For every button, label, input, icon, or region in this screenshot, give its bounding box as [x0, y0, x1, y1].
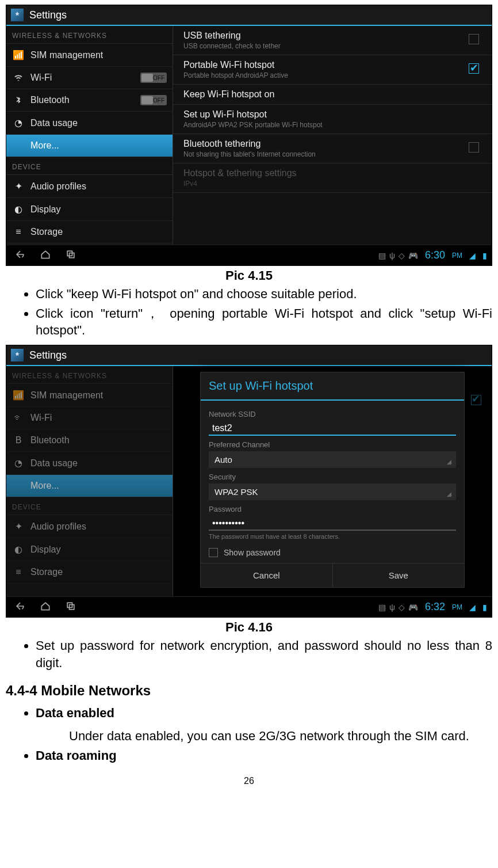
- storage-icon: ≡: [12, 567, 25, 577]
- sidebar-item-storage[interactable]: ≡ Storage: [6, 221, 173, 243]
- row-title: Set up Wi-Fi hotspot: [183, 109, 481, 120]
- sim-icon: 📶: [12, 50, 25, 60]
- row-usb-tethering[interactable]: USB tethering USB connected, check to te…: [173, 26, 492, 55]
- sidebar-item-bluetooth[interactable]: Bluetooth OFF: [6, 89, 173, 112]
- sidebar-section-wireless: WIRELESS & NETWORKS: [6, 26, 173, 44]
- sidebar-item-display: ◐Display: [6, 538, 173, 561]
- channel-label: Preferred Channel: [209, 440, 456, 449]
- signal-icon: ◢: [469, 603, 476, 612]
- sd-icon: ▤: [378, 603, 386, 612]
- row-setup-hotspot[interactable]: Set up Wi-Fi hotspot AndroidAP WPA2 PSK …: [173, 105, 492, 134]
- sidebar-item-wifi: ᯤWi-Fi: [6, 407, 173, 429]
- save-button[interactable]: Save: [333, 564, 465, 587]
- sd-icon: ▤: [378, 251, 386, 260]
- sidebar-item-display[interactable]: ◐ Display: [6, 198, 173, 221]
- sidebar-item-sim[interactable]: 📶 SIM management: [6, 44, 173, 67]
- sidebar-section-wireless: WIRELESS & NETWORKS: [6, 366, 173, 384]
- window-titlebar: Settings: [6, 345, 492, 366]
- sidebar-section-device: DEVICE: [6, 497, 173, 515]
- controller-icon: 🎮: [408, 251, 418, 260]
- channel-select[interactable]: Auto: [209, 451, 456, 468]
- bluetooth-toggle[interactable]: OFF: [140, 95, 167, 105]
- recents-button[interactable]: [65, 600, 76, 614]
- sidebar-item-wifi[interactable]: Wi-Fi OFF: [6, 67, 173, 89]
- home-button[interactable]: [40, 600, 51, 614]
- audio-icon: ✦: [12, 181, 25, 192]
- password-hint: The password must have at least 8 charac…: [209, 533, 456, 540]
- row-bluetooth-tethering[interactable]: Bluetooth tethering Not sharing this tab…: [173, 134, 492, 163]
- bt-tether-checkbox[interactable]: [469, 142, 479, 153]
- instruction-item: Click icon "return"， opening portable Wi…: [36, 305, 492, 339]
- figure-caption-2: Pic 4.16: [6, 620, 492, 635]
- battery-icon: ▮: [482, 603, 487, 612]
- show-password-checkbox[interactable]: [209, 548, 218, 557]
- system-navbar: ▤ ψ ◇ 🎮 6:30 PM ◢ ▮: [6, 245, 492, 265]
- screenshot-pic-4-15: Settings WIRELESS & NETWORKS 📶 SIM manag…: [6, 5, 492, 266]
- system-navbar: ▤ ψ ◇ 🎮 6:32 PM ◢ ▮: [6, 596, 492, 617]
- wifi-status-icon: ◇: [399, 251, 405, 260]
- settings-icon: [11, 9, 24, 21]
- bluetooth-icon: B: [12, 435, 25, 446]
- row-subtitle: IPv4: [183, 180, 481, 188]
- wifi-icon: ᯤ: [12, 413, 25, 423]
- display-icon: ◐: [12, 204, 25, 215]
- screenshot-pic-4-16: Settings WIRELESS & NETWORKS 📶SIM manage…: [6, 345, 492, 618]
- row-keep-hotspot-on[interactable]: Keep Wi-Fi hotspot on: [173, 85, 492, 105]
- clock: 6:32: [425, 601, 445, 613]
- row-title: USB tethering: [183, 31, 481, 41]
- display-icon: ◐: [12, 544, 25, 555]
- subitem-data-roaming: Data roaming: [36, 748, 117, 763]
- sidebar-item-more[interactable]: More...: [6, 135, 173, 157]
- sidebar-item-label: Wi-Fi: [30, 73, 52, 83]
- home-button[interactable]: [40, 249, 51, 262]
- recents-button[interactable]: [65, 249, 76, 262]
- row-subtitle: USB connected, check to tether: [183, 42, 481, 50]
- row-title: Keep Wi-Fi hotspot on: [183, 89, 481, 100]
- sidebar-item-audio: ✦Audio profiles: [6, 515, 173, 538]
- sidebar-item-more: More...: [6, 475, 173, 497]
- row-title: Portable Wi-Fi hotspot: [183, 60, 481, 70]
- security-select[interactable]: WPA2 PSK: [209, 484, 456, 500]
- sidebar-item-label: Data usage: [30, 118, 78, 128]
- row-subtitle: Not sharing this tablet's Internet conne…: [183, 150, 481, 158]
- subsection-list: Data enabled: [6, 705, 492, 722]
- sidebar-item-bluetooth: BBluetooth: [6, 429, 173, 452]
- subsection-list: Data roaming: [6, 747, 492, 764]
- setup-hotspot-dialog: Set up Wi-Fi hotspot Network SSID test2 …: [200, 372, 465, 588]
- back-button[interactable]: [14, 600, 26, 614]
- wifi-toggle[interactable]: OFF: [140, 73, 167, 83]
- subitem-text: Under data enabled, you can use 2G/3G ne…: [69, 728, 492, 745]
- security-label: Security: [209, 473, 456, 481]
- battery-icon: ▮: [482, 251, 487, 260]
- wifi-status-icon: ◇: [399, 603, 405, 612]
- bluetooth-icon: [12, 96, 25, 104]
- sidebar-item-label: Audio profiles: [30, 181, 86, 192]
- instruction-item: Click "keep Wi-Fi hotspot on" and choose…: [36, 285, 492, 303]
- sidebar-item-storage: ≡Storage: [6, 561, 173, 584]
- status-icons: ▤ ψ ◇ 🎮: [378, 603, 418, 612]
- window-title: Settings: [29, 349, 67, 361]
- row-portable-hotspot[interactable]: Portable Wi-Fi hotspot Portable hotspot …: [173, 55, 492, 85]
- sidebar-item-data-usage[interactable]: ◔ Data usage: [6, 112, 173, 135]
- ssid-input[interactable]: test2: [209, 421, 456, 436]
- back-button[interactable]: [14, 249, 26, 262]
- sidebar-item-audio[interactable]: ✦ Audio profiles: [6, 175, 173, 198]
- cancel-button[interactable]: Cancel: [201, 564, 333, 587]
- portable-hotspot-checkbox[interactable]: [469, 63, 479, 74]
- password-input[interactable]: ••••••••••: [209, 516, 456, 531]
- sim-icon: 📶: [12, 390, 25, 401]
- sidebar-item-label: Storage: [30, 227, 63, 237]
- signal-icon: ◢: [469, 251, 476, 260]
- show-password-row[interactable]: Show password: [209, 545, 456, 563]
- page-number: 26: [6, 776, 492, 786]
- clock-ampm: PM: [452, 603, 462, 611]
- sidebar-item-label: More...: [30, 140, 59, 151]
- usb-tether-checkbox[interactable]: [469, 34, 479, 44]
- status-icons: ▤ ψ ◇ 🎮: [378, 251, 418, 260]
- usb-icon: ψ: [389, 251, 395, 260]
- row-title: Bluetooth tethering: [183, 139, 481, 149]
- section-heading: 4.4-4 Mobile Networks: [6, 683, 492, 699]
- window-titlebar: Settings: [6, 5, 492, 26]
- tethering-settings-panel: USB tethering USB connected, check to te…: [173, 26, 492, 245]
- sidebar-item-data-usage: ◔Data usage: [6, 452, 173, 475]
